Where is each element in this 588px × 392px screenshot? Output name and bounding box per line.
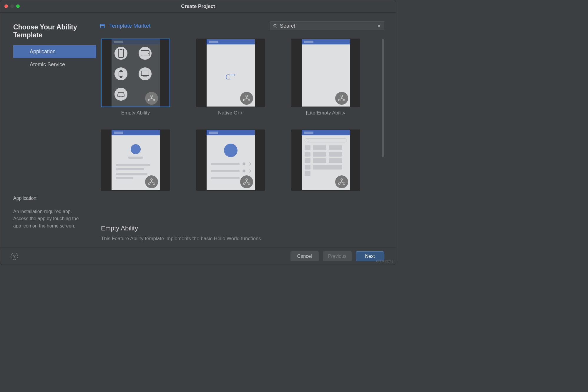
sidebar-item-atomic-service[interactable]: Atomic Service [13,58,96,71]
sidebar-item-label: Application [30,49,56,55]
previous-button[interactable]: Previous [323,251,352,261]
template-empty-ability[interactable]: Empty Ability [101,39,170,116]
template-label: Native C++ [218,110,243,116]
svg-point-14 [151,95,152,97]
svg-point-13 [122,96,123,97]
selected-template-desc: This Feature Ability template implements… [101,236,384,242]
zoom-window-button[interactable] [16,4,20,8]
template-grid-wrap: Empty Ability C++ Native C++ [100,39,384,217]
search-field[interactable]: ✕ [270,21,384,30]
vertical-scrollbar[interactable] [382,39,384,157]
cpp-icon: C++ [207,72,255,82]
svg-point-29 [341,179,343,180]
window-title: Create Project [0,4,396,9]
sidebar-description: Application: An installation-required ap… [0,195,97,248]
selected-template-title: Empty Ability [101,225,384,232]
svg-rect-0 [100,26,104,28]
svg-point-26 [246,179,248,180]
svg-point-17 [246,95,248,97]
svg-rect-7 [119,72,123,76]
template-market-label: Template Market [109,23,150,29]
market-icon [100,23,105,29]
node-badge-icon [145,175,158,188]
minimize-window-button[interactable] [10,4,14,8]
node-badge-icon [335,175,348,188]
template-card[interactable] [291,129,360,191]
main-header: Template Market ✕ [100,21,384,30]
cancel-button[interactable]: Cancel [290,251,319,261]
svg-point-12 [119,96,120,97]
search-icon [273,24,278,28]
window-controls [4,4,20,8]
watermark: CSDN @郑子 [376,259,394,263]
search-input[interactable] [280,23,375,29]
dialog-body: Choose Your Ability Template Application… [0,13,396,248]
device-tablet-icon [139,47,152,60]
template-grid: Empty Ability C++ Native C++ [100,39,376,217]
template-native-cpp[interactable]: C++ Native C++ [196,39,265,116]
sidebar-item-application[interactable]: Application [13,45,96,58]
main-panel: Template Market ✕ [97,13,396,248]
svg-line-2 [276,26,277,28]
svg-point-6 [148,53,149,54]
sidebar-desc-title: Application: [13,195,84,202]
svg-rect-3 [118,49,124,57]
svg-point-1 [274,24,276,27]
svg-rect-9 [120,77,122,78]
device-tv-icon [139,67,152,80]
template-card[interactable] [101,129,170,191]
help-button[interactable]: ? [11,253,18,260]
template-label: [Lite]Empty Ability [306,110,345,116]
node-badge-icon [240,92,253,105]
clear-search-icon[interactable]: ✕ [377,23,381,29]
svg-point-20 [341,95,343,97]
node-badge-icon [335,92,348,105]
svg-point-23 [151,179,152,180]
sidebar-desc-body: An installation-required app. Access the… [13,208,84,230]
sidebar: Choose Your Ability Template Application… [0,13,97,248]
template-lite-empty-ability[interactable]: [Lite]Empty Ability [291,39,360,116]
close-window-button[interactable] [4,4,8,8]
device-car-icon [114,88,127,101]
template-card[interactable] [196,129,265,191]
sidebar-heading: Choose Your Ability Template [0,13,97,45]
svg-rect-10 [141,71,149,76]
device-phone-icon [114,47,127,60]
selected-template-detail: Empty Ability This Feature Ability templ… [100,217,384,248]
svg-rect-8 [120,70,122,71]
titlebar: Create Project [0,0,396,13]
template-market-link[interactable]: Template Market [100,23,150,29]
sidebar-item-label: Atomic Service [30,62,65,68]
svg-rect-4 [120,49,122,50]
footer: ? Cancel Previous Next [0,248,396,265]
node-badge-icon [240,175,253,188]
node-badge-icon [145,92,158,105]
device-watch-icon [114,67,127,80]
template-label: Empty Ability [121,110,150,116]
create-project-window: Welcome to DevEco Studio Create Project … [0,0,396,265]
